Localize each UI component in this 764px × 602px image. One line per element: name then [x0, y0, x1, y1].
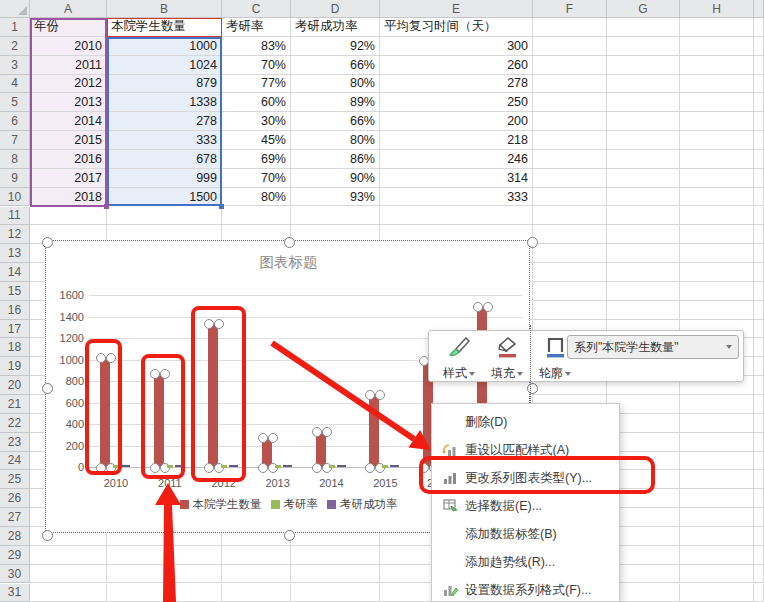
row-header-8[interactable]: 8	[0, 150, 30, 169]
row-header-1[interactable]: 1	[0, 18, 30, 37]
series-selector-dropdown[interactable]: 系列"本院学生数量"	[567, 335, 739, 359]
cell-B11[interactable]	[107, 207, 222, 226]
cell-H15[interactable]	[680, 282, 754, 301]
bar-selection-handle[interactable]	[365, 463, 375, 473]
chart-resize-handle[interactable]	[42, 530, 53, 541]
row-header-27[interactable]: 27	[0, 508, 30, 527]
cell-D31[interactable]	[291, 584, 380, 602]
bar-selection-handle[interactable]	[375, 390, 385, 400]
menu-item-6[interactable]: 添加趋势线(R)...	[432, 548, 619, 576]
cell-I23[interactable]	[754, 433, 764, 452]
cell-F16[interactable]	[533, 301, 607, 320]
bar-selection-handle[interactable]	[483, 302, 493, 312]
menu-item-3[interactable]: 更改系列图表类型(Y)...	[432, 464, 619, 492]
bar-selection-handle[interactable]	[268, 433, 278, 443]
row-header-3[interactable]: 3	[0, 56, 30, 75]
cell-D29[interactable]	[291, 546, 380, 565]
cell-C10[interactable]: 80%	[222, 188, 291, 207]
cell-I17[interactable]	[754, 320, 764, 339]
cell-C9[interactable]: 70%	[222, 169, 291, 188]
column-header-extra[interactable]	[754, 0, 764, 18]
cell-H10[interactable]	[680, 188, 754, 207]
column-header-G[interactable]: G	[607, 0, 680, 18]
chart-resize-handle[interactable]	[42, 383, 53, 394]
cell-C31[interactable]	[222, 584, 291, 602]
row-header-2[interactable]: 2	[0, 37, 30, 56]
cell-F4[interactable]	[533, 75, 607, 94]
chart-resize-handle[interactable]	[527, 383, 538, 394]
cell-I8[interactable]	[754, 150, 764, 169]
cell-H11[interactable]	[680, 207, 754, 226]
column-header-B[interactable]: B	[107, 0, 222, 18]
cell-I26[interactable]	[754, 489, 764, 508]
cell-D8[interactable]: 86%	[291, 150, 380, 169]
bar-selection-handle[interactable]	[96, 353, 106, 363]
cell-E4[interactable]: 278	[380, 75, 533, 94]
cell-D10[interactable]: 93%	[291, 188, 380, 207]
row-header-6[interactable]: 6	[0, 112, 30, 131]
cell-I19[interactable]	[754, 357, 764, 376]
row-header-24[interactable]: 24	[0, 452, 30, 471]
row-header-31[interactable]: 31	[0, 584, 30, 602]
cell-E8[interactable]: 246	[380, 150, 533, 169]
row-header-11[interactable]: 11	[0, 207, 30, 226]
cell-H24[interactable]	[680, 452, 754, 471]
row-header-4[interactable]: 4	[0, 75, 30, 94]
cell-H7[interactable]	[680, 131, 754, 150]
bar-selection-handle[interactable]	[150, 369, 160, 379]
cell-F12[interactable]	[533, 225, 607, 244]
cell-C4[interactable]: 77%	[222, 75, 291, 94]
cell-E6[interactable]: 200	[380, 112, 533, 131]
cell-G14[interactable]	[607, 263, 680, 282]
cell-A29[interactable]	[30, 546, 107, 565]
cell-I25[interactable]	[754, 470, 764, 489]
row-header-12[interactable]: 12	[0, 225, 30, 244]
chart-resize-handle[interactable]	[527, 237, 538, 248]
cell-I27[interactable]	[754, 508, 764, 527]
cell-I1[interactable]	[754, 18, 764, 37]
cell-H12[interactable]	[680, 225, 754, 244]
cell-E1[interactable]: 平均复习时间（天）	[380, 18, 533, 37]
cell-D9[interactable]: 90%	[291, 169, 380, 188]
cell-I3[interactable]	[754, 56, 764, 75]
cell-H13[interactable]	[680, 244, 754, 263]
cell-I6[interactable]	[754, 112, 764, 131]
row-header-19[interactable]: 19	[0, 357, 30, 376]
legend-item-考研成功率[interactable]: 考研成功率	[327, 497, 398, 512]
cell-I24[interactable]	[754, 452, 764, 471]
chart-resize-handle[interactable]	[42, 237, 53, 248]
cell-D6[interactable]: 66%	[291, 112, 380, 131]
bar-selection-handle[interactable]	[106, 353, 116, 363]
cell-H25[interactable]	[680, 470, 754, 489]
cell-G5[interactable]	[607, 93, 680, 112]
cell-H23[interactable]	[680, 433, 754, 452]
cell-D11[interactable]	[291, 207, 380, 226]
cell-G16[interactable]	[607, 301, 680, 320]
cell-G11[interactable]	[607, 207, 680, 226]
row-header-10[interactable]: 10	[0, 188, 30, 207]
column-header-C[interactable]: C	[222, 0, 291, 18]
bar-selection-handle[interactable]	[258, 433, 268, 443]
cell-H14[interactable]	[680, 263, 754, 282]
cell-I4[interactable]	[754, 75, 764, 94]
cell-A11[interactable]	[30, 207, 107, 226]
cell-F2[interactable]	[533, 37, 607, 56]
row-header-9[interactable]: 9	[0, 169, 30, 188]
cell-E5[interactable]: 250	[380, 93, 533, 112]
cell-I10[interactable]	[754, 188, 764, 207]
cell-G4[interactable]	[607, 75, 680, 94]
cell-D2[interactable]: 92%	[291, 37, 380, 56]
cell-B31[interactable]	[107, 584, 222, 602]
cell-F13[interactable]	[533, 244, 607, 263]
cell-G13[interactable]	[607, 244, 680, 263]
cell-F3[interactable]	[533, 56, 607, 75]
row-header-17[interactable]: 17	[0, 320, 30, 339]
cell-I29[interactable]	[754, 546, 764, 565]
cell-C29[interactable]	[222, 546, 291, 565]
cell-H5[interactable]	[680, 93, 754, 112]
cell-F9[interactable]	[533, 169, 607, 188]
cell-G9[interactable]	[607, 169, 680, 188]
cell-H27[interactable]	[680, 508, 754, 527]
column-header-F[interactable]: F	[533, 0, 607, 18]
cell-G3[interactable]	[607, 56, 680, 75]
